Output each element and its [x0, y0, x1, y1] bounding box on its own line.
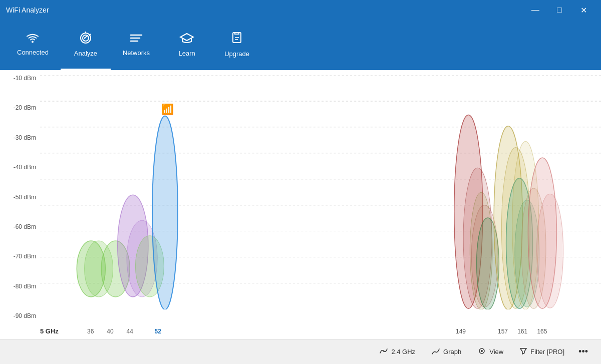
networks-icon	[129, 32, 144, 46]
graph-icon	[431, 347, 440, 357]
filter-label: Filter [PRO]	[530, 348, 564, 355]
app-title: WiFi Analyzer	[6, 6, 49, 14]
ch-165: 165	[537, 328, 547, 335]
nav-upgrade-label: Upgrade	[224, 50, 249, 58]
ch-40: 40	[107, 328, 113, 335]
y-label-3: -40 dBm	[14, 164, 36, 170]
ch-36: 36	[87, 328, 94, 335]
nav-learn[interactable]: Learn	[162, 20, 212, 70]
y-label-2: -30 dBm	[14, 135, 36, 141]
x-axis: 5 GHz 36 40 44 52 149 157 161 165	[40, 319, 601, 339]
wifi-icon	[25, 33, 40, 46]
learn-icon	[179, 32, 194, 47]
band-label: 2.4 GHz	[391, 348, 415, 355]
y-label-1: -20 dBm	[14, 105, 36, 111]
svg-point-41	[537, 194, 563, 308]
y-label-4: -50 dBm	[14, 194, 36, 200]
status-bar: 2.4 GHz Graph View Filter [PRO] •••	[0, 339, 601, 364]
upgrade-icon	[230, 31, 244, 47]
nav-learn-label: Learn	[178, 50, 195, 57]
ch-161: 161	[517, 328, 527, 335]
nav-analyze[interactable]: Analyze	[61, 20, 111, 70]
close-button[interactable]: ✕	[572, 3, 595, 18]
band-label: 5 GHz	[40, 327, 59, 335]
nav-analyze-label: Analyze	[74, 50, 97, 57]
window-controls: — □ ✕	[524, 3, 595, 18]
more-button[interactable]: •••	[573, 343, 593, 360]
graph-label: Graph	[443, 348, 461, 355]
navbar: Connected Analyze Networks	[0, 20, 601, 70]
chart-area: -10 dBm -20 dBm -30 dBm -40 dBm -50 dBm …	[0, 70, 601, 339]
nav-networks-label: Networks	[123, 49, 150, 57]
ch-52: 52	[155, 328, 161, 335]
signal-chart: 📶	[40, 75, 601, 309]
nav-connected-label: Connected	[17, 49, 49, 56]
analyze-icon	[78, 32, 93, 47]
svg-point-42	[383, 350, 385, 351]
filter-icon	[519, 347, 527, 357]
y-label-8: -90 dBm	[14, 313, 36, 319]
y-label-7: -80 dBm	[14, 283, 36, 289]
filter-selector[interactable]: Filter [PRO]	[512, 344, 571, 360]
ch-149: 149	[456, 328, 466, 335]
y-label-5: -60 dBm	[14, 224, 36, 230]
maximize-button[interactable]: □	[548, 3, 571, 18]
band-icon	[379, 347, 388, 357]
view-icon	[477, 347, 486, 357]
svg-text:📶: 📶	[161, 103, 174, 116]
view-selector[interactable]: View	[470, 344, 510, 360]
view-label: View	[489, 348, 503, 355]
minimize-button[interactable]: —	[524, 3, 547, 18]
svg-point-0	[32, 41, 34, 43]
graph-selector[interactable]: Graph	[424, 344, 468, 360]
ch-44: 44	[127, 328, 133, 335]
y-label-6: -70 dBm	[14, 253, 36, 259]
nav-networks[interactable]: Networks	[111, 20, 162, 70]
svg-point-27	[152, 116, 178, 309]
svg-point-5	[84, 38, 85, 39]
nav-upgrade[interactable]: Upgrade	[212, 20, 262, 70]
y-axis: -10 dBm -20 dBm -30 dBm -40 dBm -50 dBm …	[0, 75, 40, 319]
y-label-0: -10 dBm	[14, 75, 36, 81]
ch-157: 157	[498, 328, 508, 335]
band-selector[interactable]: 2.4 GHz	[372, 344, 422, 360]
nav-connected[interactable]: Connected	[5, 20, 61, 70]
svg-point-44	[481, 350, 483, 352]
titlebar: WiFi Analyzer — □ ✕	[0, 0, 601, 20]
